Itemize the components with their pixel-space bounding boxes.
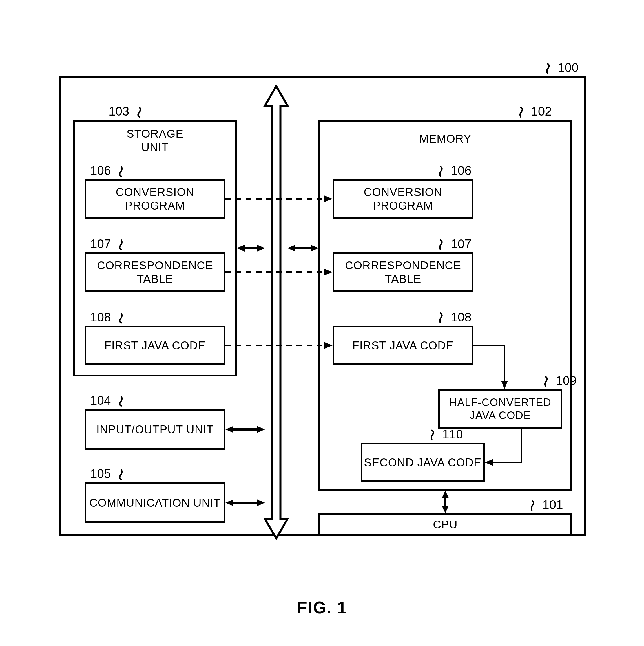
cpu-label: CPU xyxy=(433,518,458,531)
ref-storage-106: 106 xyxy=(90,164,123,178)
storage-corr-table-box: CORRESPONDENCE TABLE xyxy=(85,252,226,292)
ref-101: 101 xyxy=(530,498,563,512)
ref-memory: 102 xyxy=(519,104,552,118)
io-unit-label: INPUT/OUTPUT UNIT xyxy=(96,423,214,436)
mem-first-java-label: FIRST JAVA CODE xyxy=(352,339,454,352)
ref-mem-107: 107 xyxy=(438,237,472,251)
ref-mem-108: 108 xyxy=(438,310,472,324)
mem-half-conv-box: HALF-CONVERTED JAVA CODE xyxy=(438,389,562,429)
ref-109: 109 xyxy=(543,373,576,388)
comm-unit-box: COMMUNICATION UNIT xyxy=(85,482,226,523)
diagram-stage: STORAGE UNIT CONVERSION PROGRAM CORRESPO… xyxy=(0,0,644,646)
ref-storage-108: 108 xyxy=(90,310,123,324)
mem-conv-prog-label: CONVERSION PROGRAM xyxy=(334,185,472,212)
ref-system: 100 xyxy=(545,61,578,75)
ref-104: 104 xyxy=(90,393,123,408)
ref-mem-106: 106 xyxy=(438,164,472,178)
ref-storage: 103 xyxy=(109,104,142,118)
mem-half-conv-label: HALF-CONVERTED JAVA CODE xyxy=(440,396,560,422)
storage-unit-title: STORAGE UNIT xyxy=(73,127,237,154)
cpu-box: CPU xyxy=(318,513,572,536)
mem-second-java-box: SECOND JAVA CODE xyxy=(361,443,485,482)
figure-label: FIG. 1 xyxy=(0,598,644,617)
storage-conv-prog-box: CONVERSION PROGRAM xyxy=(85,179,226,219)
storage-corr-table-label: CORRESPONDENCE TABLE xyxy=(86,258,224,286)
mem-conv-prog-box: CONVERSION PROGRAM xyxy=(333,179,474,219)
storage-first-java-label: FIRST JAVA CODE xyxy=(104,339,206,352)
storage-conv-prog-label: CONVERSION PROGRAM xyxy=(86,185,224,212)
mem-first-java-box: FIRST JAVA CODE xyxy=(333,326,474,365)
ref-105: 105 xyxy=(90,467,123,481)
storage-first-java-box: FIRST JAVA CODE xyxy=(85,326,226,365)
mem-second-java-label: SECOND JAVA CODE xyxy=(364,456,482,469)
mem-corr-table-box: CORRESPONDENCE TABLE xyxy=(333,252,474,292)
memory-title: MEMORY xyxy=(318,132,572,145)
io-unit-box: INPUT/OUTPUT UNIT xyxy=(85,409,226,450)
mem-corr-table-label: CORRESPONDENCE TABLE xyxy=(334,258,472,286)
comm-unit-label: COMMUNICATION UNIT xyxy=(89,496,221,510)
ref-110: 110 xyxy=(430,427,463,441)
ref-storage-107: 107 xyxy=(90,237,123,251)
